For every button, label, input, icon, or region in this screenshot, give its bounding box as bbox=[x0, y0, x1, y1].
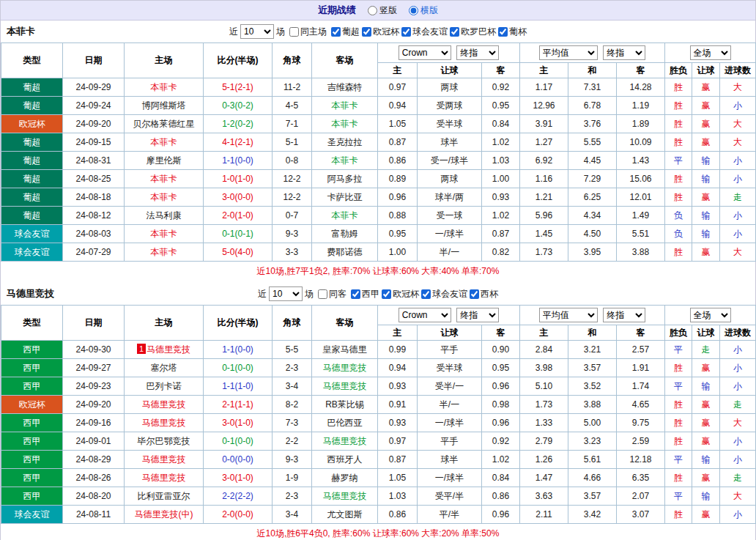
league-filter-欧冠杯[interactable]: 欧冠杯 bbox=[360, 26, 399, 38]
league-type-badge: 葡超 bbox=[1, 152, 63, 170]
league-filter-checkbox[interactable] bbox=[362, 27, 371, 37]
home-team: 马德里竞技 bbox=[125, 414, 204, 432]
corners: 2-3 bbox=[273, 487, 312, 506]
asian-home-odds: 0.89 bbox=[378, 170, 418, 188]
same-venue-filter[interactable]: 同客 bbox=[316, 288, 346, 300]
col-header-score: 比分(半场) bbox=[204, 43, 273, 78]
same-venue-checkbox[interactable] bbox=[318, 289, 327, 299]
goals-result: 小 bbox=[720, 97, 756, 115]
league-filter-西杯[interactable]: 西杯 bbox=[467, 288, 498, 300]
league-filter-葡杯[interactable]: 葡杯 bbox=[496, 26, 527, 38]
euro-away-odds: 3.88 bbox=[617, 243, 665, 262]
col-header-handicap-result: 让球 bbox=[692, 325, 720, 341]
league-type-badge: 西甲 bbox=[1, 377, 63, 396]
result-wdl: 平 bbox=[665, 487, 692, 506]
league-filter-label: 西甲 bbox=[362, 288, 379, 300]
league-filter-checkbox[interactable] bbox=[421, 289, 431, 299]
home-team: 马德里竞技 bbox=[125, 396, 204, 414]
league-filter-欧罗巴杯[interactable]: 欧罗巴杯 bbox=[448, 26, 496, 38]
goals-result: 小 bbox=[720, 225, 756, 243]
home-team: 本菲卡 bbox=[125, 78, 204, 97]
handicap-result: 赢 bbox=[692, 432, 720, 451]
handicap-result: 赢 bbox=[692, 78, 720, 97]
euro-odds-source-select[interactable]: 平均值 bbox=[539, 308, 598, 322]
match-row: 西甲24-08-20比利亚雷亚尔2-2(2-2)2-3马德里竞技1.03受平/半… bbox=[1, 487, 756, 506]
handicap-result: 赢 bbox=[692, 188, 720, 207]
result-wdl: 胜 bbox=[665, 414, 692, 432]
euro-away-odds: 1.49 bbox=[617, 207, 665, 225]
bookmaker-select[interactable]: Crown bbox=[399, 308, 451, 322]
league-filter-葡超[interactable]: 葡超 bbox=[329, 26, 360, 38]
asian-handicap-line: 受两球 bbox=[418, 97, 482, 115]
league-filter-西甲[interactable]: 西甲 bbox=[349, 288, 379, 300]
col-header-asian-away: 客 bbox=[482, 325, 520, 341]
league-filter-label: 葡超 bbox=[342, 26, 360, 38]
asian-odds-type-select[interactable]: 终指 bbox=[456, 45, 499, 60]
col-header-corner: 角球 bbox=[273, 43, 312, 78]
league-filter-checkbox[interactable] bbox=[450, 27, 459, 37]
result-wdl: 胜 bbox=[665, 506, 692, 524]
goals-result: 大 bbox=[720, 487, 756, 506]
asian-handicap-line: 一/球半 bbox=[418, 414, 482, 432]
league-filter-球会友谊[interactable]: 球会友谊 bbox=[419, 288, 467, 300]
league-filter-checkbox[interactable] bbox=[498, 27, 508, 37]
corners: 3-3 bbox=[273, 243, 312, 262]
euro-away-odds: 1.89 bbox=[617, 115, 665, 133]
team-section-benfica: 本菲卡 近 10 场 同主场 葡超欧冠杯球会友谊欧罗巴杯葡杯 bbox=[1, 21, 755, 283]
asian-handicap-line: 受一/球半 bbox=[418, 152, 482, 170]
league-type-badge: 欧冠杯 bbox=[1, 115, 63, 133]
league-filter-checkbox[interactable] bbox=[351, 289, 360, 299]
handicap-result: 赢 bbox=[692, 469, 720, 487]
period-select[interactable]: 全场 bbox=[690, 308, 731, 322]
col-header-wdl: 胜负 bbox=[665, 63, 692, 78]
euro-home-odds: 1.73 bbox=[520, 243, 568, 262]
league-filter-checkbox[interactable] bbox=[401, 27, 411, 37]
league-filter-checkbox[interactable] bbox=[382, 289, 391, 299]
same-venue-checkbox[interactable] bbox=[289, 27, 299, 37]
layout-option-vertical[interactable]: 竖版 bbox=[368, 4, 397, 17]
result-wdl: 胜 bbox=[665, 115, 692, 133]
score: 1-1(1-0) bbox=[204, 377, 273, 396]
asian-home-odds: 1.03 bbox=[378, 487, 418, 506]
away-team: 西班牙人 bbox=[312, 451, 378, 469]
recent-count-select[interactable]: 10 bbox=[240, 24, 274, 39]
league-filter-球会友谊[interactable]: 球会友谊 bbox=[399, 26, 448, 38]
match-date: 24-08-11 bbox=[63, 506, 125, 524]
league-filter-checkbox[interactable] bbox=[470, 289, 479, 299]
goals-result: 大 bbox=[720, 414, 756, 432]
match-date: 24-08-03 bbox=[63, 225, 125, 243]
result-wdl: 胜 bbox=[665, 243, 692, 262]
goals-result: 小 bbox=[720, 451, 756, 469]
away-team: 吉维森特 bbox=[312, 78, 378, 97]
league-type-badge: 球会友谊 bbox=[1, 506, 63, 524]
euro-away-odds: 2.57 bbox=[617, 341, 665, 359]
score: 3-0(0-0) bbox=[204, 188, 273, 207]
period-select[interactable]: 全场 bbox=[690, 45, 731, 60]
euro-odds-source-select[interactable]: 平均值 bbox=[539, 45, 598, 60]
horizontal-layout-radio[interactable] bbox=[409, 6, 418, 15]
asian-home-odds: 1.00 bbox=[378, 243, 418, 262]
home-team: 马德里竞技 bbox=[125, 469, 204, 487]
corners: 3-4 bbox=[273, 506, 312, 524]
league-type-badge: 球会友谊 bbox=[1, 225, 63, 243]
recent-count-select[interactable]: 10 bbox=[269, 286, 303, 301]
score: 0-0(0-0) bbox=[204, 451, 273, 469]
vertical-layout-radio[interactable] bbox=[368, 6, 377, 15]
euro-odds-type-select[interactable]: 终指 bbox=[603, 308, 645, 322]
home-team: 塞尔塔 bbox=[125, 359, 204, 377]
asian-home-odds: 0.91 bbox=[378, 396, 418, 414]
euro-draw-odds: 3.88 bbox=[568, 396, 617, 414]
match-row: 葡超24-09-29本菲卡5-1(2-1)11-2吉维森特0.97两球0.921… bbox=[1, 78, 756, 97]
league-filter-欧冠杯[interactable]: 欧冠杯 bbox=[379, 288, 419, 300]
goals-result: 小 bbox=[720, 506, 756, 524]
corners: 7-3 bbox=[273, 414, 312, 432]
asian-odds-type-select[interactable]: 终指 bbox=[456, 308, 499, 322]
same-venue-label: 同主场 bbox=[300, 26, 327, 38]
score: 2-1(1-1) bbox=[204, 396, 273, 414]
layout-option-horizontal[interactable]: 横版 bbox=[409, 4, 438, 17]
result-wdl: 胜 bbox=[665, 432, 692, 451]
bookmaker-select[interactable]: Crown bbox=[399, 45, 451, 60]
league-filter-checkbox[interactable] bbox=[331, 27, 341, 37]
same-venue-filter[interactable]: 同主场 bbox=[287, 26, 327, 38]
euro-odds-type-select[interactable]: 终指 bbox=[603, 45, 645, 60]
